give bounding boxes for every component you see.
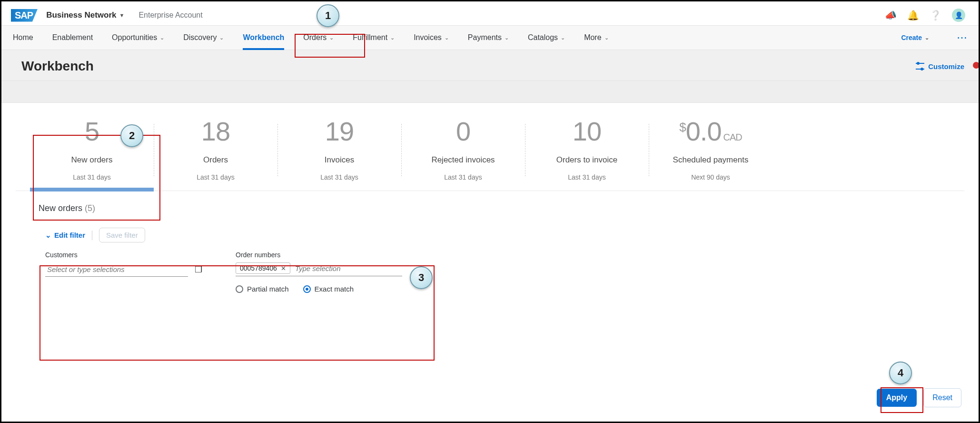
reset-button[interactable]: Reset xyxy=(923,388,961,407)
tile-label: Invoices xyxy=(292,155,387,165)
field-label: Order numbers xyxy=(236,251,402,259)
chevron-down-icon: ⌄ xyxy=(160,35,164,41)
annotation-callout-2: 2 xyxy=(120,124,143,147)
currency-prefix: $ xyxy=(679,120,685,134)
tile-orders-to-invoice[interactable]: 10 Orders to invoice Last 31 days xyxy=(525,110,649,191)
chevron-down-icon: ⌄ xyxy=(604,35,609,41)
nav-label: Home xyxy=(13,33,33,42)
nav-label: Opportunities xyxy=(112,33,157,42)
main-nav: Home Enablement Opportunities⌄ Discovery… xyxy=(1,25,979,50)
edit-filter-label: Edit filter xyxy=(54,231,85,239)
chevron-down-icon: ⌄ xyxy=(445,35,449,41)
top-icons: 📣 🔔 ❔ 👤 xyxy=(885,9,965,22)
tile-label: Scheduled payments xyxy=(663,155,758,165)
nav-opportunities[interactable]: Opportunities⌄ xyxy=(112,26,164,50)
chevron-down-icon: ⌄ xyxy=(390,35,395,41)
tile-value: $0.0CAD xyxy=(663,118,758,145)
tile-orders[interactable]: 18 Orders Last 31 days xyxy=(154,110,277,191)
tile-sub: Last 31 days xyxy=(416,173,511,181)
overflow-menu[interactable]: ⋯ xyxy=(957,31,967,44)
save-filter-button[interactable]: Save filter xyxy=(99,228,145,242)
chevron-down-icon: ⌄ xyxy=(45,231,51,240)
chevron-down-icon: ⌄ xyxy=(925,35,929,41)
tile-sub: Last 31 days xyxy=(539,173,634,181)
tile-scheduled-payments[interactable]: $0.0CAD Scheduled payments Next 90 days xyxy=(649,110,772,191)
tile-rejected-invoices[interactable]: 0 Rejected invoices Last 31 days xyxy=(401,110,525,191)
topbar: SAP Business Network ▼ Enterprise Accoun… xyxy=(1,1,979,25)
page-header: Workbench Customize xyxy=(1,50,979,81)
tile-invoices[interactable]: 19 Invoices Last 31 days xyxy=(277,110,401,191)
tile-sub: Last 31 days xyxy=(168,173,263,181)
annotation-callout-4: 4 xyxy=(889,362,912,384)
tile-label: Rejected invoices xyxy=(416,155,511,165)
bell-icon[interactable]: 🔔 xyxy=(907,10,919,21)
account-type: Enterprise Account xyxy=(139,11,202,20)
nav-label: More xyxy=(584,33,601,42)
customize-label: Customize xyxy=(928,62,964,70)
sliders-icon xyxy=(916,63,924,70)
chevron-down-icon: ⌄ xyxy=(219,35,224,41)
nav-label: Discovery xyxy=(183,33,217,42)
tile-sub: Last 31 days xyxy=(292,173,387,181)
nav-invoices[interactable]: Invoices⌄ xyxy=(414,26,449,50)
annotation-box-1 xyxy=(295,34,365,58)
tile-value: 18 xyxy=(168,118,263,145)
person-icon: 👤 xyxy=(955,11,963,19)
nav-label: Workbench xyxy=(243,33,284,42)
annotation-callout-1: 1 xyxy=(317,4,339,27)
create-label: Create xyxy=(901,34,922,41)
caret-down-icon: ▼ xyxy=(119,12,125,18)
nav-workbench[interactable]: Workbench xyxy=(243,26,284,50)
nav-label: Payments xyxy=(468,33,502,42)
edit-filter-toggle[interactable]: ⌄ Edit filter xyxy=(45,231,85,240)
tile-value: 19 xyxy=(292,118,387,145)
tile-value: 10 xyxy=(539,118,634,145)
tile-label: Orders to invoice xyxy=(539,155,634,165)
nav-label: Enablement xyxy=(52,33,93,42)
help-icon[interactable]: ❔ xyxy=(930,10,941,21)
nav-discovery[interactable]: Discovery⌄ xyxy=(183,26,224,50)
currency-suffix: CAD xyxy=(723,132,742,142)
tile-label: Orders xyxy=(168,155,263,165)
divider xyxy=(92,231,92,240)
sap-logo: SAP xyxy=(11,9,38,22)
annotation-box-2 xyxy=(33,135,160,221)
nav-enablement[interactable]: Enablement xyxy=(52,26,93,50)
nav-catalogs[interactable]: Catalogs⌄ xyxy=(528,26,565,50)
nav-label: Invoices xyxy=(414,33,442,42)
tile-sub: Next 90 days xyxy=(663,173,758,181)
nav-payments[interactable]: Payments⌄ xyxy=(468,26,509,50)
filter-top: ⌄ Edit filter Save filter xyxy=(45,228,424,242)
nav-home[interactable]: Home xyxy=(13,26,33,50)
megaphone-icon[interactable]: 📣 xyxy=(885,10,897,21)
annotation-box-4 xyxy=(881,387,923,413)
alert-badge xyxy=(973,62,980,69)
page-title: Workbench xyxy=(21,59,94,74)
nav-more[interactable]: More⌄ xyxy=(584,26,608,50)
annotation-callout-3: 3 xyxy=(410,266,433,289)
tile-number: 0.0 xyxy=(686,116,722,146)
chevron-down-icon: ⌄ xyxy=(561,35,565,41)
field-label: Customers xyxy=(45,251,202,259)
tile-value: 0 xyxy=(416,118,511,145)
product-label: Business Network xyxy=(46,10,116,20)
create-menu[interactable]: Create⌄ xyxy=(901,34,929,41)
chevron-down-icon: ⌄ xyxy=(505,35,509,41)
nav-label: Catalogs xyxy=(528,33,558,42)
user-avatar[interactable]: 👤 xyxy=(952,9,965,22)
annotation-box-3 xyxy=(40,265,435,361)
customize-button[interactable]: Customize xyxy=(916,62,964,70)
sub-header xyxy=(1,81,979,103)
product-dropdown[interactable]: Business Network ▼ xyxy=(46,10,124,20)
